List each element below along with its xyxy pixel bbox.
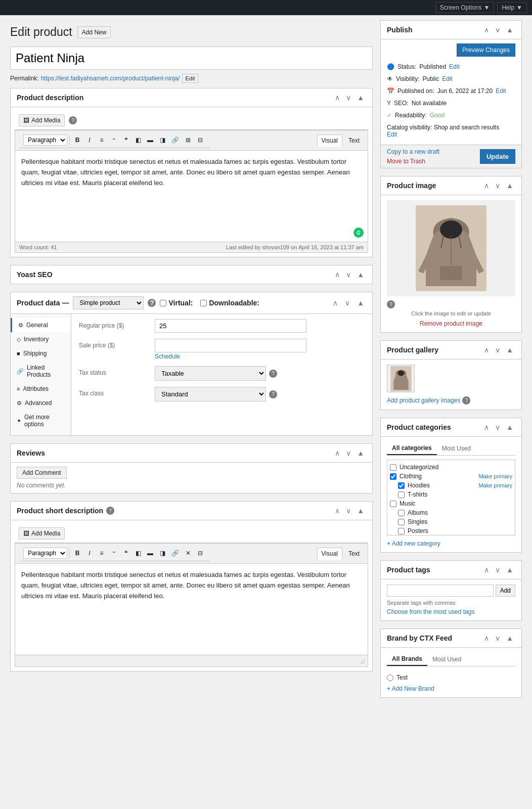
- short-desc-add-media-button[interactable]: 🖼 Add Media: [19, 527, 65, 540]
- category-checkbox-tshirts[interactable]: [398, 491, 405, 498]
- category-checkbox-albums[interactable]: [398, 510, 405, 516]
- add-new-category-link[interactable]: + Add new category: [387, 540, 440, 547]
- description-format-select[interactable]: Paragraph: [23, 134, 67, 146]
- category-checkbox-clothing[interactable]: [390, 473, 396, 480]
- short-grid-button[interactable]: ⊟: [195, 548, 206, 559]
- product-title-input[interactable]: [10, 47, 373, 70]
- add-gallery-images-link[interactable]: Add product gallery images: [387, 397, 460, 404]
- short-bold-button[interactable]: B: [72, 548, 83, 559]
- short-blockquote-button[interactable]: ❝: [120, 548, 131, 559]
- update-button[interactable]: Update: [480, 149, 515, 164]
- published-edit-link[interactable]: Edit: [496, 87, 506, 95]
- category-checkbox-singles[interactable]: [398, 519, 405, 525]
- ordered-list-button[interactable]: ⁼: [108, 134, 119, 146]
- product-gallery-up[interactable]: ∧: [482, 345, 491, 355]
- yoast-toggle[interactable]: ▲: [355, 269, 366, 280]
- align-right-button[interactable]: ◨: [157, 134, 168, 146]
- yoast-seo-header[interactable]: Yoast SEO ∧ ∨ ▲: [11, 265, 372, 284]
- readability-link[interactable]: Good: [430, 112, 445, 119]
- gallery-thumbnail-1[interactable]: [387, 365, 415, 392]
- virtual-checkbox[interactable]: [160, 300, 166, 306]
- catalog-edit-link[interactable]: Edit: [387, 131, 397, 138]
- nav-attributes[interactable]: ≡ Attributes: [11, 382, 71, 396]
- make-primary-hoodies[interactable]: Make primary: [478, 482, 512, 488]
- permalink-url[interactable]: https://test.fadiyahsameh.com/product/pa…: [41, 75, 180, 82]
- tax-status-help-icon[interactable]: ?: [269, 370, 277, 378]
- categories-down[interactable]: ∨: [493, 422, 502, 432]
- product-image-up[interactable]: ∧: [482, 181, 491, 191]
- category-checkbox-posters[interactable]: [398, 528, 405, 534]
- short-link-button[interactable]: 🔗: [169, 548, 182, 559]
- add-new-button[interactable]: Add New: [77, 26, 111, 38]
- screen-options-button[interactable]: Screen Options ▼: [435, 2, 495, 13]
- product-description-header[interactable]: Product description ∧ ∨ ▲: [11, 88, 372, 107]
- brand-up[interactable]: ∧: [482, 633, 491, 643]
- description-toggle[interactable]: ▲: [355, 93, 366, 103]
- grid-button[interactable]: ⊟: [195, 134, 206, 146]
- add-new-brand-link[interactable]: + Add New Brand: [387, 685, 434, 692]
- publish-up[interactable]: ∧: [482, 25, 491, 35]
- align-center-button[interactable]: ▬: [145, 134, 156, 146]
- tags-up[interactable]: ∧: [482, 565, 491, 575]
- nav-linked-products[interactable]: 🔗 Linked Products: [11, 361, 71, 382]
- nav-inventory[interactable]: ◇ Inventory: [11, 332, 71, 346]
- visual-tab[interactable]: Visual: [317, 134, 342, 147]
- description-collapse-down[interactable]: ∨: [344, 93, 353, 103]
- short-x-button[interactable]: ✕: [183, 548, 194, 559]
- short-desc-format-select[interactable]: Paragraph: [23, 548, 67, 559]
- visibility-edit-link[interactable]: Edit: [442, 75, 453, 82]
- table-button[interactable]: ⊞: [183, 134, 194, 146]
- category-checkbox-uncategorized[interactable]: [390, 464, 396, 471]
- nav-more-options[interactable]: ✦ Get more options: [11, 410, 71, 431]
- all-categories-tab[interactable]: All categories: [387, 442, 437, 455]
- product-categories-header[interactable]: Product categories ∧ ∨ ▲: [381, 418, 521, 437]
- add-comment-button[interactable]: Add Comment: [17, 467, 67, 479]
- bold-button[interactable]: B: [72, 134, 83, 146]
- copy-to-draft-link[interactable]: Copy to a new draft: [387, 148, 439, 155]
- move-to-trash-link[interactable]: Move to Trash: [387, 158, 425, 165]
- brand-toggle[interactable]: ▲: [504, 633, 515, 643]
- tags-input[interactable]: [387, 585, 494, 597]
- sale-price-input[interactable]: [155, 339, 306, 352]
- description-collapse-up[interactable]: ∧: [333, 93, 342, 103]
- align-left-button[interactable]: ◧: [132, 134, 144, 146]
- short-desc-resize-handle[interactable]: ⊿: [15, 655, 368, 666]
- most-used-categories-tab[interactable]: Most Used: [437, 442, 476, 455]
- categories-up[interactable]: ∧: [482, 422, 491, 432]
- category-checkbox-music[interactable]: [390, 501, 396, 507]
- short-ul-button[interactable]: ≡: [96, 548, 107, 559]
- short-align-left-button[interactable]: ◧: [132, 548, 144, 559]
- all-brands-tab[interactable]: All Brands: [387, 653, 427, 666]
- schedule-link[interactable]: Schedule: [155, 353, 180, 360]
- brand-ctx-header[interactable]: Brand by CTX Feed ∧ ∨ ▲: [381, 629, 521, 648]
- product-image-help-q[interactable]: ?: [387, 300, 395, 308]
- short-align-center-button[interactable]: ▬: [145, 548, 156, 559]
- short-desc-toggle[interactable]: ▲: [355, 506, 366, 516]
- short-align-right-button[interactable]: ◨: [157, 548, 168, 559]
- publish-header[interactable]: Publish ∧ ∨ ▲: [381, 21, 521, 39]
- remove-product-image-link[interactable]: Remove product image: [420, 320, 482, 327]
- blockquote-button[interactable]: ❝: [120, 134, 131, 146]
- reviews-up[interactable]: ∧: [333, 448, 342, 458]
- description-help-icon[interactable]: ?: [69, 116, 77, 124]
- description-editor-content[interactable]: Pellentesque habitant morbi tristique se…: [15, 151, 368, 242]
- gallery-help-icon[interactable]: ?: [462, 396, 470, 404]
- tax-status-select[interactable]: Taxable: [155, 366, 266, 381]
- product-gallery-toggle[interactable]: ▲: [504, 345, 515, 355]
- virtual-checkbox-label[interactable]: Virtual:: [160, 299, 193, 307]
- publish-down[interactable]: ∨: [493, 25, 502, 35]
- product-image-click-area[interactable]: [387, 200, 515, 296]
- tax-class-select[interactable]: Standard: [155, 387, 266, 401]
- downloadable-checkbox[interactable]: [200, 300, 207, 306]
- yoast-collapse-up[interactable]: ∧: [333, 269, 342, 280]
- downloadable-checkbox-label[interactable]: Downloadable:: [200, 299, 259, 307]
- nav-shipping[interactable]: ■ Shipping: [11, 346, 71, 361]
- categories-toggle[interactable]: ▲: [504, 422, 515, 432]
- tags-toggle[interactable]: ▲: [504, 565, 515, 575]
- make-primary-clothing[interactable]: Make primary: [478, 473, 512, 479]
- help-button[interactable]: Help ▼: [497, 2, 527, 13]
- product-type-select[interactable]: Simple product: [73, 296, 144, 309]
- reviews-toggle[interactable]: ▲: [355, 448, 366, 458]
- short-desc-editor-content[interactable]: Pellentesque habitant morbi tristique se…: [15, 564, 368, 655]
- product-image-header[interactable]: Product image ∧ ∨ ▲: [381, 176, 521, 195]
